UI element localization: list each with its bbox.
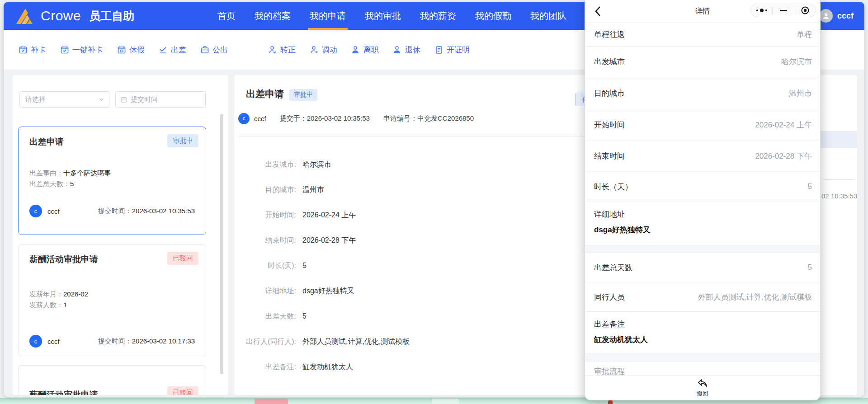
avatar: c (29, 335, 42, 348)
quick-action-label: 开证明 (447, 45, 470, 55)
card-footer: c cccf 提交时间：2026-03-02 10:17:33 (29, 335, 195, 348)
background-blob-red (608, 400, 613, 404)
person-retire-icon (393, 45, 402, 54)
card-title: 薪酬活动审批申请 (29, 389, 98, 395)
field-value: 5 (70, 180, 74, 188)
card-submit-time: 提交时间：2026-03-02 10:17:33 (98, 337, 195, 346)
nav-item-my-profile[interactable]: 我的档案 (255, 2, 291, 30)
product-name: 员工自助 (89, 9, 134, 23)
section-gap (585, 354, 820, 362)
miniprogram-capsule (750, 4, 816, 17)
nav-item-my-team[interactable]: 我的团队 (530, 2, 566, 30)
status-badge: 已驳回 (167, 252, 198, 265)
withdraw-label: 撤回 (697, 390, 708, 398)
overlay-block-address: 详细地址 dsga好热独特又 (585, 202, 820, 245)
detail-user: cccf (254, 115, 266, 122)
nav-item-my-salary[interactable]: 我的薪资 (420, 2, 456, 30)
field-value: 十多个萨达噶事 (63, 169, 111, 177)
overlay-row-depart-city: 出发城市 哈尔滨市 (585, 47, 820, 77)
quick-action-label: 调动 (322, 45, 337, 55)
field-label: 发薪年月： (29, 290, 63, 298)
overlay-partial-section: 审批流程 (585, 362, 820, 375)
more-menu-icon[interactable] (751, 4, 772, 17)
quick-action-label: 出差 (171, 45, 186, 55)
application-card-business-trip[interactable]: 出差申请 审批中 出差事由：十多个萨达噶事 出差总天数：5 c cccf 提交时… (18, 127, 206, 235)
detail-appno: 申请编号：中竞发CC2026850 (383, 114, 474, 123)
quick-action-leave[interactable]: 休假 (117, 45, 145, 55)
nav-item-my-attendance[interactable]: 我的假勤 (475, 2, 511, 30)
card-submit-time: 提交时间：2026-03-02 10:35:53 (98, 207, 195, 216)
submit-time-placeholder: 提交时间 (131, 95, 158, 104)
calendar-check-icon (60, 45, 69, 54)
user-name: cccf (837, 11, 854, 21)
crowe-logo-icon (14, 7, 35, 25)
calendar-check-icon (19, 45, 28, 54)
quick-action-retire[interactable]: 退休 (393, 45, 420, 55)
field-label: 出差事由： (29, 169, 63, 177)
quick-action-transfer[interactable]: 调动 (310, 45, 337, 55)
status-badge: 已驳回 (167, 386, 198, 395)
status-badge: 审批中 (167, 134, 198, 147)
screen: Crowe 员工自助 首页 我的档案 我的申请 我的审批 我的薪资 我的假勤 我… (0, 0, 868, 404)
avatar: c (238, 113, 250, 124)
undo-icon (697, 378, 708, 389)
quick-action-resign[interactable]: 离职 (351, 45, 379, 55)
person-leave-icon (351, 45, 360, 54)
quick-action-one-key-patch[interactable]: 一键补卡 (60, 45, 103, 55)
detail-meta-row: c cccf 提交于：2026-03-02 10:35:53 申请编号：中竞发C… (238, 112, 474, 125)
detail-status-badge: 审批中 (289, 89, 317, 101)
user-menu[interactable]: cccf (819, 2, 854, 30)
person-icon (822, 12, 830, 20)
quick-action-patch-card[interactable]: 补卡 (19, 45, 46, 55)
application-card-salary-activity[interactable]: 薪酬活动审批申请 已驳回 发薪年月：2026-02 发薪人数：1 c cccf … (18, 244, 206, 356)
section-gap (585, 245, 820, 253)
overlay-row-trip-type: 单程往返 单程 (585, 23, 820, 47)
type-select-placeholder: 请选择 (25, 95, 46, 104)
background-blob-mint (432, 399, 459, 404)
overlay-row-total-days: 出差总天数 5 (585, 253, 820, 282)
card-fields: 出差事由：十多个萨达噶事 出差总天数：5 (29, 168, 195, 189)
person-swap-icon (310, 45, 319, 54)
main-nav: 首页 我的档案 我的申请 我的审批 我的薪资 我的假勤 我的团队 (217, 2, 566, 30)
overlay-row-end-time: 结束时间 2026-02-28 下午 (585, 141, 820, 172)
calendar-icon (120, 96, 127, 103)
nav-item-my-applications[interactable]: 我的申请 (310, 2, 346, 30)
trip-check-icon (159, 45, 168, 54)
list-scrollbar[interactable] (220, 114, 223, 374)
card-user: cccf (47, 338, 60, 345)
card-footer: c cccf 提交时间：2026-03-02 10:35:53 (29, 205, 195, 217)
nav-item-my-approvals[interactable]: 我的审批 (365, 2, 401, 30)
briefcase-icon (200, 45, 209, 54)
certificate-icon (434, 45, 443, 54)
detail-submitted: 提交于：2026-03-02 10:35:53 (280, 114, 370, 123)
quick-action-label: 休假 (129, 45, 145, 55)
card-user: cccf (47, 207, 60, 215)
withdraw-button[interactable]: 撤回 (585, 375, 820, 400)
overlay-row-duration: 时长（天） 5 (585, 172, 820, 202)
quick-action-business-trip[interactable]: 出差 (159, 45, 186, 55)
card-title: 出差申请 (29, 136, 64, 148)
quick-action-certificate[interactable]: 开证明 (434, 45, 470, 55)
quick-action-regularization[interactable]: 转正 (268, 45, 296, 55)
background-blob-pink (255, 399, 288, 404)
quick-action-official-out[interactable]: 公出 (200, 45, 228, 55)
chevron-down-icon (98, 96, 104, 103)
miniprogram-detail-overlay: 详情 vConsole WEBVIEW 单程往返 单程 出发城市 哈尔滨市 目 (585, 0, 821, 400)
application-card-partial[interactable]: 薪酬活动审批申请 已驳回 (18, 365, 206, 395)
quick-action-label: 退休 (405, 45, 420, 55)
quick-action-label: 离职 (363, 45, 379, 55)
application-list-panel: 请选择 提交时间 出差申请 审批中 出差事由：十多个萨达噶事 出差总天数：5 (13, 75, 228, 395)
type-select[interactable]: 请选择 (19, 91, 109, 108)
overlay-row-start-time: 开始时间 2026-02-24 上午 (585, 109, 820, 141)
background-fragment-band (821, 131, 857, 148)
minimize-icon[interactable] (773, 4, 794, 17)
quick-action-label: 补卡 (31, 45, 46, 55)
background-fragment-time: 02 10:35:53 (821, 192, 857, 200)
submit-time-input[interactable]: 提交时间 (115, 91, 206, 108)
user-avatar (819, 9, 833, 23)
quick-action-label: 一键补卡 (72, 45, 103, 55)
field-label: 出差总天数： (29, 180, 70, 188)
quick-action-label: 转正 (280, 45, 296, 55)
nav-item-home[interactable]: 首页 (217, 2, 236, 30)
close-record-icon[interactable] (794, 4, 816, 17)
